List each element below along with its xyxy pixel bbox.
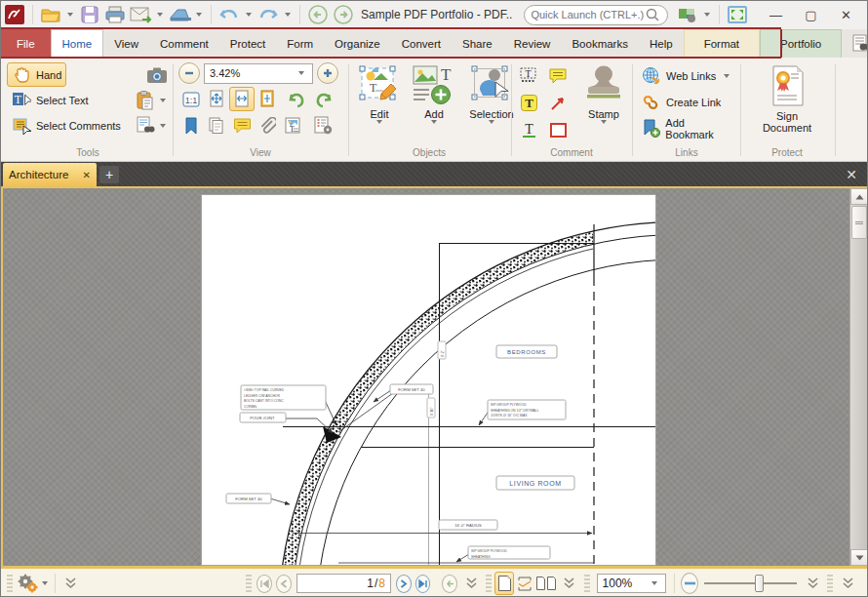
scrollbar-thumb[interactable] <box>851 206 867 239</box>
tab-bookmarks[interactable]: Bookmarks <box>561 29 639 58</box>
comments-pane-button[interactable] <box>229 113 255 138</box>
first-page-button[interactable] <box>256 575 272 593</box>
open-caret[interactable] <box>67 13 73 17</box>
add-bookmark-button[interactable]: Add Bookmark <box>637 116 738 140</box>
email-button[interactable] <box>129 3 152 26</box>
rectangle-tool-button[interactable] <box>545 118 571 142</box>
tab-view[interactable]: View <box>103 29 149 58</box>
toolbar-grip[interactable] <box>7 575 13 592</box>
redo-caret[interactable] <box>285 13 291 17</box>
pdf-page[interactable]: BEDROOMS LIVING ROOM <SIM> TOP RAIL CURV… <box>201 194 656 566</box>
forward-button[interactable] <box>332 3 355 26</box>
fit-page-button[interactable] <box>255 87 280 111</box>
tab-format[interactable]: Format <box>684 29 760 58</box>
tab-help[interactable]: Help <box>639 29 684 58</box>
zoom-level-combo[interactable]: 3.42% <box>204 63 313 84</box>
tab-review[interactable]: Review <box>503 29 562 58</box>
continuous-layout-button[interactable] <box>514 572 534 595</box>
underline-text-tool-button[interactable]: T <box>516 118 541 142</box>
add-objects-button[interactable]: T Add <box>409 64 459 124</box>
snapshot-button[interactable] <box>145 63 169 87</box>
more-tools-chevron[interactable] <box>836 572 859 595</box>
pane-options-button[interactable] <box>310 113 335 138</box>
redo-button[interactable] <box>256 3 280 26</box>
scroll-down-button[interactable] <box>850 549 868 566</box>
app-logo-icon[interactable] <box>3 3 26 26</box>
select-text-button[interactable]: T Select Text <box>7 88 94 112</box>
toolbar-grip[interactable] <box>246 575 252 592</box>
rotate-cw-button[interactable] <box>310 87 335 111</box>
highlight-text-tool-button[interactable]: T <box>516 91 541 115</box>
zoom-combo-status[interactable]: 100% <box>597 574 667 593</box>
hand-tool-button[interactable]: Hand <box>7 62 66 87</box>
status-options-button[interactable] <box>16 572 39 595</box>
status-options-caret[interactable] <box>42 581 48 585</box>
fit-visible-button[interactable] <box>204 87 229 111</box>
toolbar-grip[interactable] <box>486 575 492 592</box>
single-page-layout-button[interactable] <box>494 572 515 595</box>
quick-launch-input[interactable] <box>531 9 646 20</box>
tab-file[interactable]: File <box>1 29 51 58</box>
zoom-slider-thumb[interactable] <box>755 575 764 592</box>
content-pane-button[interactable]: T <box>280 113 305 138</box>
new-tab-button[interactable]: + <box>99 166 119 183</box>
last-page-button[interactable] <box>415 575 431 593</box>
close-button[interactable]: ✕ <box>829 2 862 27</box>
view-history-chevron[interactable] <box>459 572 483 595</box>
scan-button[interactable] <box>168 3 191 26</box>
undo-button[interactable] <box>217 3 241 26</box>
search-comments-caret[interactable] <box>160 124 166 128</box>
tab-convert[interactable]: Convert <box>391 29 452 58</box>
stamp-button[interactable]: Stamp <box>578 64 629 124</box>
previous-page-button[interactable] <box>276 575 292 593</box>
sign-document-button[interactable]: Sign Document <box>750 64 824 134</box>
edit-objects-button[interactable]: T Edit <box>354 64 405 124</box>
ui-options-caret[interactable] <box>704 13 710 17</box>
save-button[interactable] <box>78 3 101 26</box>
create-link-button[interactable]: Create Link <box>637 90 738 114</box>
fullscreen-button[interactable] <box>726 3 749 26</box>
vertical-scrollbar[interactable] <box>849 188 867 566</box>
undo-caret[interactable] <box>246 13 252 17</box>
page-number-box[interactable]: 1 / 8 <box>296 574 392 593</box>
toolbar-grip[interactable] <box>584 575 590 592</box>
tab-comment[interactable]: Comment <box>149 29 219 58</box>
zoom-slider[interactable] <box>704 574 797 593</box>
tab-home[interactable]: Home <box>51 29 104 58</box>
thumbnails-pane-button[interactable] <box>204 113 229 138</box>
print-button[interactable] <box>103 3 127 26</box>
tab-share[interactable]: Share <box>452 29 503 58</box>
arrow-tool-button[interactable] <box>545 91 571 115</box>
email-caret[interactable] <box>157 13 163 17</box>
close-pane-icon[interactable]: ✕ <box>842 165 861 183</box>
rotate-ccw-button[interactable] <box>285 87 310 111</box>
tab-portfolio[interactable]: Portfolio <box>760 29 842 58</box>
close-tab-icon[interactable]: ✕ <box>83 170 91 180</box>
tab-organize[interactable]: Organize <box>324 29 391 58</box>
toolbar-grip[interactable] <box>827 575 833 592</box>
web-links-button[interactable]: Web Links <box>637 63 738 88</box>
maximize-button[interactable]: ▢ <box>794 2 827 27</box>
next-page-button[interactable] <box>396 575 412 593</box>
find-in-document-button[interactable] <box>849 32 868 56</box>
zoom-out-status-button[interactable] <box>681 573 698 594</box>
document-tab-architecture[interactable]: Architecture ✕ <box>3 163 97 186</box>
scroll-up-button[interactable] <box>850 188 868 205</box>
expand-panes-button[interactable] <box>59 572 82 595</box>
bookmarks-pane-button[interactable] <box>178 113 204 138</box>
document-pane[interactable]: BEDROOMS LIVING ROOM <SIM> TOP RAIL CURV… <box>1 186 868 568</box>
zoom-in-button[interactable] <box>317 62 338 84</box>
back-button[interactable] <box>306 3 330 26</box>
layout-options-chevron[interactable] <box>558 572 581 595</box>
typewriter-tool-button[interactable]: T <box>516 63 541 88</box>
fit-width-button[interactable] <box>229 87 255 111</box>
previous-view-button[interactable] <box>442 575 457 593</box>
scan-caret[interactable] <box>196 13 202 17</box>
paste-button[interactable] <box>134 89 157 112</box>
search-comments-button[interactable] <box>134 114 157 138</box>
actual-size-button[interactable]: 1:1 <box>178 87 204 111</box>
attachments-pane-button[interactable] <box>255 113 280 138</box>
ui-options-button[interactable] <box>676 3 699 26</box>
zoom-options-chevron[interactable] <box>801 572 824 595</box>
select-comments-button[interactable]: Select Comments <box>7 113 126 138</box>
